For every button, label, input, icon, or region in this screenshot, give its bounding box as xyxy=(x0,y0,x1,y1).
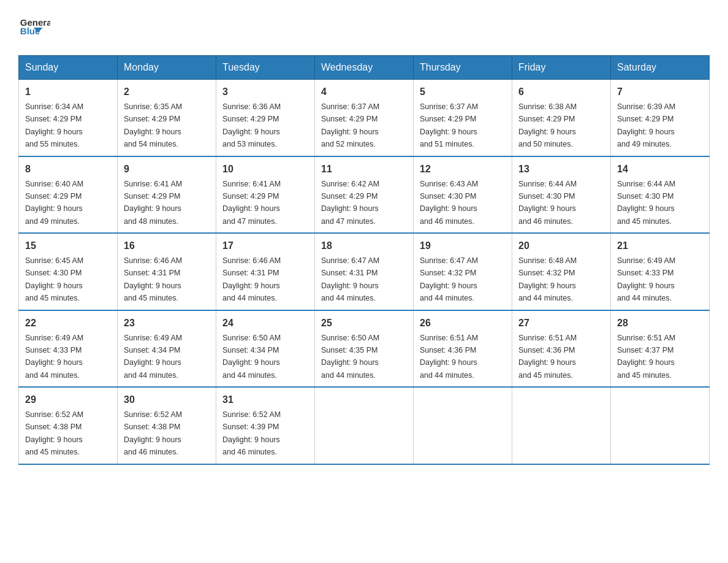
day-number: 3 xyxy=(222,85,308,99)
calendar-cell: 16 Sunrise: 6:46 AMSunset: 4:31 PMDaylig… xyxy=(118,233,216,310)
calendar-cell: 20 Sunrise: 6:48 AMSunset: 4:32 PMDaylig… xyxy=(512,233,611,310)
day-info: Sunrise: 6:34 AMSunset: 4:29 PMDaylight:… xyxy=(25,102,83,148)
calendar-cell: 9 Sunrise: 6:41 AMSunset: 4:29 PMDayligh… xyxy=(118,156,216,234)
calendar-cell: 24 Sunrise: 6:50 AMSunset: 4:34 PMDaylig… xyxy=(216,310,315,388)
day-number: 17 xyxy=(222,239,308,253)
day-info: Sunrise: 6:46 AMSunset: 4:31 PMDaylight:… xyxy=(222,256,281,302)
day-info: Sunrise: 6:42 AMSunset: 4:29 PMDaylight:… xyxy=(321,180,379,226)
day-number: 13 xyxy=(518,162,604,177)
logo: General Blue xyxy=(18,12,50,43)
header-day-saturday: Saturday xyxy=(611,56,710,80)
day-info: Sunrise: 6:35 AMSunset: 4:29 PMDaylight:… xyxy=(124,102,182,148)
day-info: Sunrise: 6:51 AMSunset: 4:37 PMDaylight:… xyxy=(617,334,675,380)
day-number: 5 xyxy=(420,85,506,99)
calendar-cell: 30 Sunrise: 6:52 AMSunset: 4:38 PMDaylig… xyxy=(118,387,216,464)
day-number: 9 xyxy=(124,162,210,177)
day-number: 19 xyxy=(420,239,506,253)
day-number: 26 xyxy=(420,316,506,331)
day-number: 4 xyxy=(321,85,407,99)
day-number: 23 xyxy=(124,316,210,331)
calendar-cell: 27 Sunrise: 6:51 AMSunset: 4:36 PMDaylig… xyxy=(512,310,611,388)
day-number: 16 xyxy=(124,239,210,253)
day-info: Sunrise: 6:37 AMSunset: 4:29 PMDaylight:… xyxy=(420,102,478,148)
calendar-cell xyxy=(611,387,710,464)
calendar-cell: 25 Sunrise: 6:50 AMSunset: 4:35 PMDaylig… xyxy=(315,310,414,388)
day-info: Sunrise: 6:52 AMSunset: 4:38 PMDaylight:… xyxy=(124,410,182,456)
day-number: 7 xyxy=(617,85,703,99)
calendar-cell: 22 Sunrise: 6:49 AMSunset: 4:33 PMDaylig… xyxy=(19,310,118,388)
calendar-cell: 13 Sunrise: 6:44 AMSunset: 4:30 PMDaylig… xyxy=(512,156,611,234)
calendar-cell: 19 Sunrise: 6:47 AMSunset: 4:32 PMDaylig… xyxy=(414,233,512,310)
calendar-cell: 31 Sunrise: 6:52 AMSunset: 4:39 PMDaylig… xyxy=(216,387,315,464)
day-info: Sunrise: 6:38 AMSunset: 4:29 PMDaylight:… xyxy=(518,102,577,148)
day-info: Sunrise: 6:49 AMSunset: 4:33 PMDaylight:… xyxy=(25,334,83,380)
header-day-monday: Monday xyxy=(118,56,216,80)
calendar-cell: 12 Sunrise: 6:43 AMSunset: 4:30 PMDaylig… xyxy=(414,156,512,234)
day-info: Sunrise: 6:44 AMSunset: 4:30 PMDaylight:… xyxy=(518,180,577,226)
calendar-cell: 26 Sunrise: 6:51 AMSunset: 4:36 PMDaylig… xyxy=(414,310,512,388)
day-info: Sunrise: 6:49 AMSunset: 4:34 PMDaylight:… xyxy=(124,334,182,380)
calendar-cell: 11 Sunrise: 6:42 AMSunset: 4:29 PMDaylig… xyxy=(315,156,414,234)
day-number: 8 xyxy=(25,162,111,177)
header-day-wednesday: Wednesday xyxy=(315,56,414,80)
week-row-1: 1 Sunrise: 6:34 AMSunset: 4:29 PMDayligh… xyxy=(19,80,710,156)
calendar-cell: 15 Sunrise: 6:45 AMSunset: 4:30 PMDaylig… xyxy=(19,233,118,310)
day-number: 22 xyxy=(25,316,111,331)
day-info: Sunrise: 6:45 AMSunset: 4:30 PMDaylight:… xyxy=(25,256,83,302)
day-number: 30 xyxy=(124,393,210,407)
day-info: Sunrise: 6:50 AMSunset: 4:34 PMDaylight:… xyxy=(222,334,281,380)
header-day-thursday: Thursday xyxy=(414,56,512,80)
day-number: 14 xyxy=(617,162,703,177)
logo-icon: General Blue xyxy=(20,11,50,42)
calendar-table: SundayMondayTuesdayWednesdayThursdayFrid… xyxy=(18,55,710,465)
calendar-cell: 1 Sunrise: 6:34 AMSunset: 4:29 PMDayligh… xyxy=(19,80,118,156)
calendar-cell xyxy=(315,387,414,464)
week-row-3: 15 Sunrise: 6:45 AMSunset: 4:30 PMDaylig… xyxy=(19,233,710,310)
day-info: Sunrise: 6:47 AMSunset: 4:31 PMDaylight:… xyxy=(321,256,379,302)
calendar-cell: 6 Sunrise: 6:38 AMSunset: 4:29 PMDayligh… xyxy=(512,80,611,156)
day-number: 1 xyxy=(25,85,111,99)
calendar-cell: 2 Sunrise: 6:35 AMSunset: 4:29 PMDayligh… xyxy=(118,80,216,156)
day-number: 11 xyxy=(321,162,407,177)
day-number: 6 xyxy=(518,85,604,99)
calendar-cell: 29 Sunrise: 6:52 AMSunset: 4:38 PMDaylig… xyxy=(19,387,118,464)
day-number: 24 xyxy=(222,316,308,331)
day-number: 12 xyxy=(420,162,506,177)
day-number: 20 xyxy=(518,239,604,253)
day-info: Sunrise: 6:37 AMSunset: 4:29 PMDaylight:… xyxy=(321,102,379,148)
header-day-sunday: Sunday xyxy=(19,56,118,80)
day-number: 25 xyxy=(321,316,407,331)
calendar-cell: 17 Sunrise: 6:46 AMSunset: 4:31 PMDaylig… xyxy=(216,233,315,310)
day-info: Sunrise: 6:39 AMSunset: 4:29 PMDaylight:… xyxy=(617,102,675,148)
page-header: General Blue xyxy=(18,12,710,43)
day-number: 10 xyxy=(222,162,308,177)
day-number: 2 xyxy=(124,85,210,99)
day-info: Sunrise: 6:46 AMSunset: 4:31 PMDaylight:… xyxy=(124,256,182,302)
day-info: Sunrise: 6:51 AMSunset: 4:36 PMDaylight:… xyxy=(518,334,577,380)
day-info: Sunrise: 6:43 AMSunset: 4:30 PMDaylight:… xyxy=(420,180,478,226)
day-number: 27 xyxy=(518,316,604,331)
day-info: Sunrise: 6:41 AMSunset: 4:29 PMDaylight:… xyxy=(222,180,281,226)
svg-text:Blue: Blue xyxy=(20,26,40,36)
calendar-cell: 23 Sunrise: 6:49 AMSunset: 4:34 PMDaylig… xyxy=(118,310,216,388)
day-info: Sunrise: 6:41 AMSunset: 4:29 PMDaylight:… xyxy=(124,180,182,226)
calendar-cell: 3 Sunrise: 6:36 AMSunset: 4:29 PMDayligh… xyxy=(216,80,315,156)
calendar-cell: 7 Sunrise: 6:39 AMSunset: 4:29 PMDayligh… xyxy=(611,80,710,156)
week-row-4: 22 Sunrise: 6:49 AMSunset: 4:33 PMDaylig… xyxy=(19,310,710,388)
calendar-cell: 5 Sunrise: 6:37 AMSunset: 4:29 PMDayligh… xyxy=(414,80,512,156)
week-row-2: 8 Sunrise: 6:40 AMSunset: 4:29 PMDayligh… xyxy=(19,156,710,234)
day-info: Sunrise: 6:50 AMSunset: 4:35 PMDaylight:… xyxy=(321,334,379,380)
day-info: Sunrise: 6:36 AMSunset: 4:29 PMDaylight:… xyxy=(222,102,281,148)
calendar-cell: 21 Sunrise: 6:49 AMSunset: 4:33 PMDaylig… xyxy=(611,233,710,310)
calendar-cell: 14 Sunrise: 6:44 AMSunset: 4:30 PMDaylig… xyxy=(611,156,710,234)
day-info: Sunrise: 6:40 AMSunset: 4:29 PMDaylight:… xyxy=(25,180,83,226)
calendar-cell: 18 Sunrise: 6:47 AMSunset: 4:31 PMDaylig… xyxy=(315,233,414,310)
day-number: 21 xyxy=(617,239,703,253)
calendar-cell: 4 Sunrise: 6:37 AMSunset: 4:29 PMDayligh… xyxy=(315,80,414,156)
day-info: Sunrise: 6:47 AMSunset: 4:32 PMDaylight:… xyxy=(420,256,478,302)
header-row: SundayMondayTuesdayWednesdayThursdayFrid… xyxy=(19,56,710,80)
day-info: Sunrise: 6:52 AMSunset: 4:38 PMDaylight:… xyxy=(25,410,83,456)
day-info: Sunrise: 6:52 AMSunset: 4:39 PMDaylight:… xyxy=(222,410,281,456)
calendar-cell xyxy=(512,387,611,464)
calendar-cell: 28 Sunrise: 6:51 AMSunset: 4:37 PMDaylig… xyxy=(611,310,710,388)
